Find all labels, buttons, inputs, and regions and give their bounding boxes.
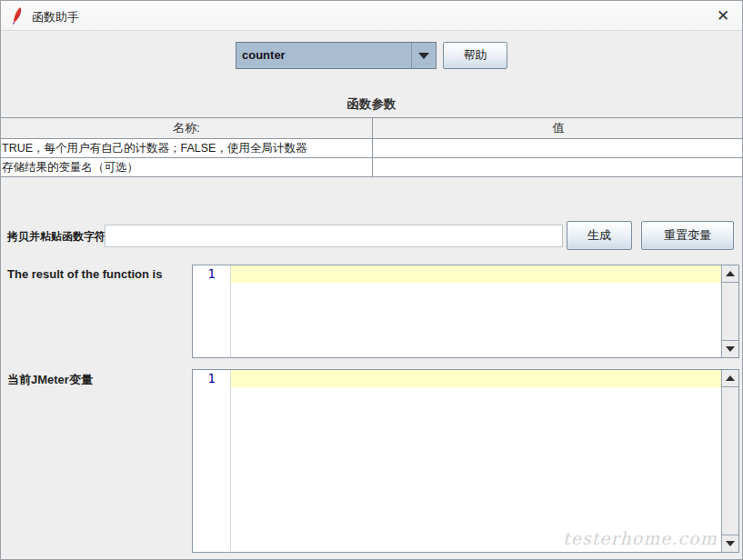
scroll-down-button[interactable] [722,535,738,552]
function-select[interactable]: counter [236,42,437,69]
generate-button[interactable]: 生成 [567,221,632,250]
param-value-cell[interactable] [373,139,743,157]
result-label: The result of the function is [7,267,162,281]
function-string-label: 拷贝并粘贴函数字符串 [7,229,116,245]
scroll-up-button[interactable] [722,370,738,387]
params-section-title: 函数参数 [1,96,742,113]
scroll-down-icon [726,346,735,352]
param-value-cell[interactable] [373,158,743,176]
dropdown-arrow-button[interactable] [411,43,436,68]
variables-label: 当前JMeter变量 [7,372,93,388]
title-bar: 函数助手 ✕ [1,1,742,31]
reset-variables-button[interactable]: 重置变量 [641,221,734,250]
chevron-down-icon [418,53,429,59]
line-number-gutter: 1 [193,265,231,357]
table-row: TRUE，每个用户有自己的计数器；FALSE，使用全局计数器 [1,139,743,158]
variables-editor-body[interactable] [231,370,721,552]
scroll-up-icon [726,375,735,381]
column-header-name: 名称: [1,118,373,138]
line-number: 1 [193,370,230,387]
column-header-value: 值 [373,118,743,138]
result-scrollbar[interactable] [721,265,738,357]
result-editor-body[interactable] [231,265,721,357]
scroll-up-icon [726,271,735,276]
close-icon[interactable]: ✕ [713,7,733,25]
window-title: 函数助手 [32,9,79,25]
result-editor[interactable]: 1 [192,265,739,358]
param-name: TRUE，每个用户有自己的计数器；FALSE，使用全局计数器 [1,139,373,157]
function-string-input[interactable] [105,225,563,247]
scroll-down-icon [726,541,735,546]
scroll-down-button[interactable] [722,340,738,357]
function-helper-dialog: 函数助手 ✕ counter 帮助 函数参数 名称: 值 TRUE，每个用户有自… [0,0,743,560]
param-name: 存储结果的变量名（可选） [1,158,373,176]
variables-scrollbar[interactable] [721,370,738,552]
params-table: 名称: 值 TRUE，每个用户有自己的计数器；FALSE，使用全局计数器 存储结… [1,117,743,177]
table-row: 存储结果的变量名（可选） [1,158,743,177]
help-button[interactable]: 帮助 [443,42,507,69]
active-line-highlight [231,370,721,387]
line-number-gutter: 1 [193,370,231,552]
jmeter-logo-icon [10,6,25,25]
params-table-header: 名称: 值 [1,118,743,139]
active-line-highlight [231,265,721,283]
line-number: 1 [193,265,230,283]
scroll-up-button[interactable] [722,265,738,283]
variables-editor[interactable]: 1 [192,369,739,553]
function-select-value: counter [236,43,411,68]
